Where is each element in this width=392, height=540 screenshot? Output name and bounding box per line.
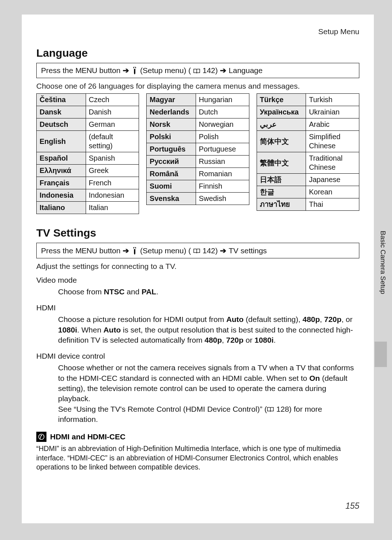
note-header: HDMI and HDMI-CEC bbox=[36, 432, 359, 442]
language-row: УкраїнськаUkrainian bbox=[257, 106, 359, 118]
language-english: German bbox=[86, 118, 139, 131]
language-english: Ukrainian bbox=[306, 106, 359, 118]
arrow-icon: ➔ bbox=[123, 246, 129, 255]
language-english: Polish bbox=[196, 131, 249, 143]
setting-body: Choose from NTSC and PAL. bbox=[58, 287, 359, 297]
language-english: Finnish bbox=[196, 180, 249, 193]
language-native: 简体中文 bbox=[257, 131, 306, 152]
nav-page-ref: 142) bbox=[203, 246, 218, 255]
language-native: Français bbox=[37, 177, 86, 189]
language-native: Italiano bbox=[37, 202, 86, 214]
language-english: Romanian bbox=[196, 168, 249, 180]
language-row: FrançaisFrench bbox=[37, 177, 139, 189]
language-english: Japanese bbox=[306, 174, 359, 186]
language-row: English(default setting) bbox=[37, 131, 139, 152]
language-row: 日本語Japanese bbox=[257, 174, 359, 186]
side-tab-label: Basic Camera Setup bbox=[375, 231, 387, 336]
tv-intro: Adjust the settings for connecting to a … bbox=[36, 262, 359, 271]
language-english: Thai bbox=[306, 198, 359, 211]
language-native: Deutsch bbox=[37, 118, 86, 131]
language-row: PolskiPolish bbox=[147, 131, 249, 143]
wrench-icon bbox=[131, 246, 138, 255]
language-row: NederlandsDutch bbox=[147, 106, 249, 118]
language-row: PortuguêsPortuguese bbox=[147, 143, 249, 156]
menu-button-label: MENU bbox=[75, 66, 97, 75]
note-body: “HDMI” is an abbreviation of High-Defini… bbox=[36, 444, 359, 472]
language-row: TürkçeTurkish bbox=[257, 94, 359, 106]
language-native: Dansk bbox=[37, 106, 86, 118]
language-english: French bbox=[86, 177, 139, 189]
header-label: Setup Menu bbox=[36, 27, 359, 36]
arrow-icon: ➔ bbox=[220, 246, 226, 255]
language-row: SuomiFinnish bbox=[147, 180, 249, 193]
language-native: ภาษาไทย bbox=[257, 198, 306, 211]
language-english: Traditional Chinese bbox=[306, 152, 359, 174]
language-native: 한글 bbox=[257, 186, 306, 198]
language-native: Čeština bbox=[37, 94, 86, 106]
language-native: Ελληνικά bbox=[37, 165, 86, 177]
language-english: Danish bbox=[86, 106, 139, 118]
language-row: ItalianoItalian bbox=[37, 202, 139, 214]
language-row: IndonesiaIndonesian bbox=[37, 189, 139, 202]
language-native: Português bbox=[147, 143, 196, 156]
language-english: Indonesian bbox=[86, 189, 139, 202]
language-row: ΕλληνικάGreek bbox=[37, 165, 139, 177]
note-icon bbox=[36, 432, 46, 442]
language-english: Spanish bbox=[86, 152, 139, 165]
language-english: Turkish bbox=[306, 94, 359, 106]
language-native: Svenska bbox=[147, 193, 196, 205]
page-content: Setup Menu Language Press the MENU butto… bbox=[22, 15, 374, 523]
language-row: MagyarHungarian bbox=[147, 94, 249, 106]
language-native: Polski bbox=[147, 131, 196, 143]
page-number: 155 bbox=[346, 501, 359, 511]
setting-body: Choose whether or not the camera receive… bbox=[58, 363, 359, 424]
language-native: 日本語 bbox=[257, 174, 306, 186]
language-english: Russian bbox=[196, 156, 249, 168]
language-native: Indonesia bbox=[37, 189, 86, 202]
language-english: Korean bbox=[306, 186, 359, 198]
language-native: Türkçe bbox=[257, 94, 306, 106]
menu-button-label: MENU bbox=[75, 246, 97, 255]
setting-name: Video mode bbox=[36, 276, 359, 285]
book-icon bbox=[193, 246, 200, 255]
language-english: Portuguese bbox=[196, 143, 249, 156]
language-english: Italian bbox=[86, 202, 139, 214]
language-row: ČeštinaCzech bbox=[37, 94, 139, 106]
nav-press: Press the bbox=[41, 66, 73, 75]
language-row: РусскийRussian bbox=[147, 156, 249, 168]
language-native: Українська bbox=[257, 106, 306, 118]
nav-setup-label: (Setup menu) ( bbox=[140, 246, 191, 255]
language-english: (default setting) bbox=[86, 131, 139, 152]
section-title-tv: TV Settings bbox=[36, 227, 359, 239]
setting-name: HDMI device control bbox=[36, 352, 359, 360]
nav-button-word: button bbox=[99, 66, 121, 75]
language-row: DanskDanish bbox=[37, 106, 139, 118]
nav-setup-label: (Setup menu) ( bbox=[140, 66, 191, 75]
language-native: 繁體中文 bbox=[257, 152, 306, 174]
arrow-icon: ➔ bbox=[220, 66, 226, 75]
language-table: ČeštinaCzechDanskDanishDeutschGermanEngl… bbox=[36, 93, 359, 214]
nav-dest: TV settings bbox=[229, 246, 267, 255]
language-native: عربي bbox=[257, 118, 306, 131]
nav-path-language: Press the MENU button ➔ (Setup menu) (14… bbox=[36, 63, 359, 78]
language-row: 简体中文Simplified Chinese bbox=[257, 131, 359, 152]
language-row: 繁體中文Traditional Chinese bbox=[257, 152, 359, 174]
side-tab-marker bbox=[375, 342, 387, 367]
language-native: Magyar bbox=[147, 94, 196, 106]
nav-page-ref: 142) bbox=[203, 66, 218, 75]
language-english: Simplified Chinese bbox=[306, 131, 359, 152]
language-english: Hungarian bbox=[196, 94, 249, 106]
language-row: EspañolSpanish bbox=[37, 152, 139, 165]
language-english: Czech bbox=[86, 94, 139, 106]
arrow-icon: ➔ bbox=[123, 66, 129, 75]
setting-name: HDMI bbox=[36, 303, 359, 312]
language-english: Dutch bbox=[196, 106, 249, 118]
language-native: Norsk bbox=[147, 118, 196, 131]
note-title: HDMI and HDMI-CEC bbox=[50, 432, 126, 441]
book-icon bbox=[193, 66, 200, 75]
language-row: NorskNorwegian bbox=[147, 118, 249, 131]
section-title-language: Language bbox=[36, 47, 359, 59]
nav-button-word: button bbox=[99, 246, 121, 255]
nav-path-tv: Press the MENU button ➔ (Setup menu) (14… bbox=[36, 243, 359, 258]
language-row: 한글Korean bbox=[257, 186, 359, 198]
